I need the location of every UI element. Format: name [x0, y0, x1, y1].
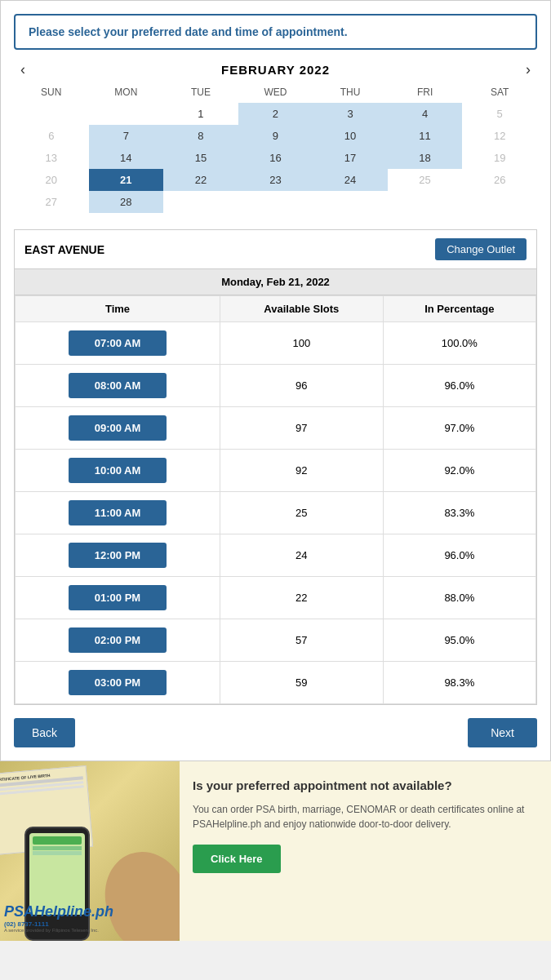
psa-logo-area: PSAHelpline.ph (02) 8737-1111 A service … [4, 903, 113, 933]
time-slot-button[interactable]: 11:00 AM [69, 500, 167, 525]
schedule-date: Monday, Feb 21, 2022 [15, 269, 536, 295]
percentage-cell: 83.3% [383, 492, 535, 534]
percentage-cell: 97.0% [383, 407, 535, 450]
calendar-day[interactable]: 3 [313, 103, 388, 125]
click-here-button[interactable]: Click Here [193, 845, 281, 873]
slots-cell: 100 [220, 322, 383, 365]
table-row: 12:00 PM2496.0% [16, 534, 536, 577]
calendar-day[interactable]: 7 [89, 125, 164, 147]
ad-content: Is your preferred appointment not availa… [180, 761, 551, 941]
calendar-day [163, 191, 238, 213]
calendar-day: 19 [462, 147, 537, 169]
table-row: 02:00 PM5795.0% [16, 619, 536, 662]
psa-logo-text: PSAHelpline.ph [4, 903, 113, 920]
schedule-section: EAST AVENUE Change Outlet Monday, Feb 21… [14, 229, 537, 705]
ad-banner: CERTIFICATE OF LIVE BIRTH PSAHelpline.ph… [0, 761, 551, 941]
calendar-header: ‹ FEBRUARY 2022 › [14, 63, 537, 77]
weekday-header: THU [313, 83, 388, 103]
time-cell: 03:00 PM [16, 662, 220, 704]
weekday-header: SAT [462, 83, 537, 103]
calendar-day[interactable]: 11 [388, 125, 463, 147]
calendar-day: 13 [14, 147, 89, 169]
slots-cell: 96 [220, 365, 383, 407]
alert-text: Please select your preferred date and ti… [29, 25, 348, 38]
percentage-cell: 96.0% [383, 365, 535, 407]
time-slot-button[interactable]: 01:00 PM [69, 585, 167, 610]
calendar-day[interactable]: 28 [89, 191, 164, 213]
schedule-table: TimeAvailable SlotsIn Percentage 07:00 A… [15, 295, 536, 704]
prev-month-button[interactable]: ‹ [14, 58, 32, 82]
slots-cell: 97 [220, 407, 383, 450]
percentage-cell: 95.0% [383, 619, 535, 662]
calendar-day: 26 [462, 169, 537, 191]
calendar-day [14, 103, 89, 125]
slots-cell: 57 [220, 619, 383, 662]
time-cell: 01:00 PM [16, 577, 220, 619]
table-row: 07:00 AM100100.0% [16, 322, 536, 365]
weekday-header: MON [89, 83, 164, 103]
time-slot-button[interactable]: 07:00 AM [69, 330, 167, 356]
back-button[interactable]: Back [14, 718, 75, 747]
time-cell: 07:00 AM [16, 322, 220, 365]
time-slot-button[interactable]: 08:00 AM [69, 373, 167, 398]
calendar-day: 27 [14, 191, 89, 213]
calendar-day[interactable]: 4 [388, 103, 463, 125]
weekday-header: WED [238, 83, 313, 103]
time-cell: 11:00 AM [16, 492, 220, 534]
calendar-day: 6 [14, 125, 89, 147]
alert-banner: Please select your preferred date and ti… [14, 14, 537, 50]
calendar-day: 1 [163, 103, 238, 125]
ad-title: Is your preferred appointment not availa… [193, 778, 538, 794]
calendar-day[interactable]: 2 [238, 103, 313, 125]
slots-cell: 25 [220, 492, 383, 534]
slots-cell: 59 [220, 662, 383, 704]
schedule-column-header: Time [16, 296, 220, 322]
next-button[interactable]: Next [468, 718, 537, 747]
time-slot-button[interactable]: 12:00 PM [69, 543, 167, 568]
time-cell: 10:00 AM [16, 450, 220, 492]
calendar-day[interactable]: 9 [238, 125, 313, 147]
calendar-day[interactable]: 18 [388, 147, 463, 169]
table-row: 11:00 AM2583.3% [16, 492, 536, 534]
ad-description: You can order PSA birth, marriage, CENOM… [193, 802, 538, 831]
schedule-column-header: Available Slots [220, 296, 383, 322]
calendar-day[interactable]: 24 [313, 169, 388, 191]
percentage-cell: 92.0% [383, 450, 535, 492]
calendar-day [462, 191, 537, 213]
calendar-day[interactable]: 15 [163, 147, 238, 169]
time-cell: 12:00 PM [16, 534, 220, 577]
table-row: 03:00 PM5998.3% [16, 662, 536, 704]
time-slot-button[interactable]: 02:00 PM [69, 627, 167, 653]
time-cell: 08:00 AM [16, 365, 220, 407]
table-row: 09:00 AM9797.0% [16, 407, 536, 450]
schedule-column-header: In Percentage [383, 296, 535, 322]
calendar-day[interactable]: 8 [163, 125, 238, 147]
time-slot-button[interactable]: 03:00 PM [69, 670, 167, 695]
calendar-day[interactable]: 22 [163, 169, 238, 191]
calendar-day[interactable]: 16 [238, 147, 313, 169]
time-slot-button[interactable]: 09:00 AM [69, 415, 167, 441]
percentage-cell: 96.0% [383, 534, 535, 577]
percentage-cell: 98.3% [383, 662, 535, 704]
calendar-day: 5 [462, 103, 537, 125]
table-row: 08:00 AM9696.0% [16, 365, 536, 407]
calendar-day[interactable]: 23 [238, 169, 313, 191]
change-outlet-button[interactable]: Change Outlet [435, 238, 527, 260]
weekday-header: SUN [14, 83, 89, 103]
time-slot-button[interactable]: 10:00 AM [69, 458, 167, 483]
percentage-cell: 88.0% [383, 577, 535, 619]
calendar-day [313, 191, 388, 213]
psa-phone: (02) 8737-1111 [4, 920, 113, 928]
calendar-day[interactable]: 17 [313, 147, 388, 169]
percentage-cell: 100.0% [383, 322, 535, 365]
calendar-day[interactable]: 10 [313, 125, 388, 147]
time-cell: 09:00 AM [16, 407, 220, 450]
psa-service: A service provided by Filipinos Teleserv… [4, 928, 113, 933]
table-row: 01:00 PM2288.0% [16, 577, 536, 619]
time-cell: 02:00 PM [16, 619, 220, 662]
calendar-day: 12 [462, 125, 537, 147]
calendar-day[interactable]: 21 [89, 169, 164, 191]
next-month-button[interactable]: › [519, 58, 537, 82]
calendar-day [238, 191, 313, 213]
calendar-day[interactable]: 14 [89, 147, 164, 169]
